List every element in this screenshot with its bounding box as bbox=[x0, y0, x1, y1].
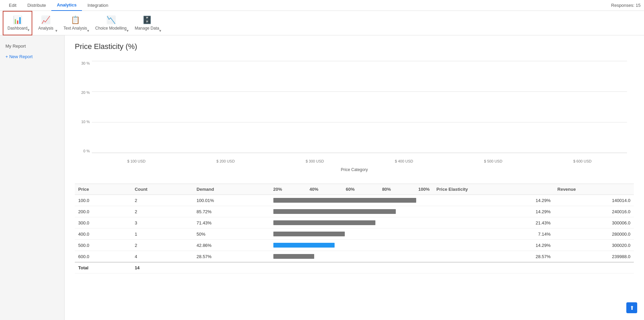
nav-edit[interactable]: Edit bbox=[3, 0, 22, 11]
x-label: $ 100 USD bbox=[92, 159, 181, 163]
toolbar-analysis[interactable]: 📈 Analysis ▼ bbox=[32, 11, 60, 35]
cell-elasticity: 14.29% bbox=[433, 206, 554, 217]
y-label-20: 20 % bbox=[75, 90, 92, 95]
x-axis-title: Price Category bbox=[75, 167, 634, 172]
total-revenue bbox=[554, 262, 634, 273]
nav-distribute[interactable]: Distribute bbox=[22, 0, 51, 11]
table-total-row: Total 14 bbox=[75, 262, 634, 273]
analysis-icon: 📈 bbox=[41, 16, 50, 24]
cell-demand-bar bbox=[270, 195, 433, 206]
cell-elasticity: 28.57% bbox=[433, 251, 554, 263]
choice-modelling-label: Choice Modelling bbox=[95, 26, 126, 31]
cell-count: 3 bbox=[131, 217, 193, 229]
table-header-row: Price Count Demand 20% 40% 60% 80% 100% … bbox=[75, 184, 634, 195]
demand-bar-outer bbox=[273, 242, 430, 248]
x-label: $ 600 USD bbox=[538, 159, 627, 163]
y-label-30: 30 % bbox=[75, 61, 92, 65]
y-label-0: 0 % bbox=[75, 149, 92, 153]
analysis-label: Analysis bbox=[38, 26, 53, 31]
cell-elasticity: 14.29% bbox=[433, 240, 554, 251]
demand-bar-fill bbox=[273, 232, 345, 236]
demand-bar-fill bbox=[273, 254, 314, 259]
total-bar bbox=[270, 262, 433, 273]
total-elasticity bbox=[433, 262, 554, 273]
text-analysis-arrow: ▼ bbox=[86, 29, 90, 33]
choice-modelling-arrow: ▼ bbox=[126, 29, 129, 33]
toolbar-choice-modelling[interactable]: 📉 Choice Modelling ▼ bbox=[91, 11, 131, 35]
x-labels-row: $ 100 USD$ 200 USD$ 300 USD$ 400 USD$ 50… bbox=[92, 159, 627, 163]
cell-count: 1 bbox=[131, 229, 193, 240]
toolbar-text-analysis[interactable]: 📋 Text Analysis ▼ bbox=[60, 11, 91, 35]
table-row: 400.0 1 50% 7.14% 280000.0 bbox=[75, 229, 634, 240]
cell-count: 2 bbox=[131, 206, 193, 217]
cell-elasticity: 7.14% bbox=[433, 229, 554, 240]
cell-price: 300.0 bbox=[75, 217, 131, 229]
table-row: 200.0 2 85.72% 14.29% 240016.0 bbox=[75, 206, 634, 217]
demand-bar-outer bbox=[273, 220, 430, 225]
col-revenue: Revenue bbox=[554, 184, 634, 195]
toolbar-dashboard[interactable]: 📊 Dashboard ▼ bbox=[3, 11, 32, 35]
cell-demand-bar bbox=[270, 229, 433, 240]
col-price: Price bbox=[75, 184, 131, 195]
demand-bar-fill bbox=[273, 209, 396, 214]
y-axis-labels: 0 % 10 % 20 % 30 % bbox=[75, 61, 92, 153]
table-row: 100.0 2 100.01% 14.29% 140014.0 bbox=[75, 195, 634, 206]
total-label: Total bbox=[75, 262, 131, 273]
dashboard-arrow: ▼ bbox=[27, 28, 30, 32]
cell-revenue: 240016.0 bbox=[554, 206, 634, 217]
sidebar-my-report[interactable]: My Report bbox=[0, 41, 64, 51]
cell-revenue: 300006.0 bbox=[554, 217, 634, 229]
cell-revenue: 300020.0 bbox=[554, 240, 634, 251]
cell-demand-bar bbox=[270, 240, 433, 251]
table-row: 500.0 2 42.86% 14.29% 300020.0 bbox=[75, 240, 634, 251]
manage-data-icon: 🗄️ bbox=[142, 16, 152, 24]
y-label-10: 10 % bbox=[75, 120, 92, 124]
analysis-arrow: ▼ bbox=[55, 29, 58, 33]
cell-price: 100.0 bbox=[75, 195, 131, 206]
chart-title: Price Elasticity (%) bbox=[75, 42, 634, 51]
demand-bar-outer bbox=[273, 231, 430, 237]
cell-demand-bar bbox=[270, 217, 433, 229]
choice-modelling-icon: 📉 bbox=[106, 16, 116, 24]
scale-100: 100% bbox=[418, 187, 429, 192]
manage-data-arrow: ▼ bbox=[158, 29, 162, 33]
demand-bar-fill bbox=[273, 198, 416, 203]
total-demand bbox=[193, 262, 270, 273]
cell-revenue: 239988.0 bbox=[554, 251, 634, 263]
scroll-up-button[interactable]: ⬆ bbox=[626, 302, 637, 313]
nav-integration[interactable]: Integration bbox=[82, 0, 114, 11]
cell-demand: 28.57% bbox=[193, 251, 270, 263]
x-label: $ 500 USD bbox=[448, 159, 538, 163]
manage-data-label: Manage Data bbox=[135, 26, 159, 31]
cell-elasticity: 21.43% bbox=[433, 217, 554, 229]
sidebar: My Report + New Report bbox=[0, 35, 65, 320]
cell-elasticity: 14.29% bbox=[433, 195, 554, 206]
total-count: 14 bbox=[131, 262, 193, 273]
table-row: 300.0 3 71.43% 21.43% 300006.0 bbox=[75, 217, 634, 229]
cell-demand: 85.72% bbox=[193, 206, 270, 217]
scale-80: 80% bbox=[382, 187, 391, 192]
sidebar-new-report[interactable]: + New Report bbox=[0, 51, 64, 62]
scale-60: 60% bbox=[346, 187, 355, 192]
cell-demand: 42.86% bbox=[193, 240, 270, 251]
text-analysis-label: Text Analysis bbox=[64, 26, 87, 31]
cell-demand-bar bbox=[270, 206, 433, 217]
top-nav: Edit Distribute Analytics Integration Re… bbox=[0, 0, 644, 11]
cell-price: 600.0 bbox=[75, 251, 131, 263]
demand-bar-outer bbox=[273, 209, 430, 214]
cell-demand: 71.43% bbox=[193, 217, 270, 229]
bars-row bbox=[92, 61, 627, 153]
main-content: Price Elasticity (%) 0 % 10 % 20 % 30 % … bbox=[65, 35, 644, 320]
x-label: $ 400 USD bbox=[359, 159, 448, 163]
x-label: $ 300 USD bbox=[270, 159, 359, 163]
col-elasticity: Price Elasticity bbox=[433, 184, 554, 195]
responses-count: Responses: 15 bbox=[611, 3, 641, 8]
toolbar-manage-data[interactable]: 🗄️ Manage Data ▼ bbox=[131, 11, 163, 35]
dashboard-icon: 📊 bbox=[13, 16, 22, 24]
cell-count: 2 bbox=[131, 195, 193, 206]
text-analysis-icon: 📋 bbox=[71, 16, 80, 24]
cell-revenue: 280000.0 bbox=[554, 229, 634, 240]
cell-revenue: 140014.0 bbox=[554, 195, 634, 206]
nav-analytics[interactable]: Analytics bbox=[51, 0, 82, 11]
main-layout: My Report + New Report Price Elasticity … bbox=[0, 35, 644, 320]
